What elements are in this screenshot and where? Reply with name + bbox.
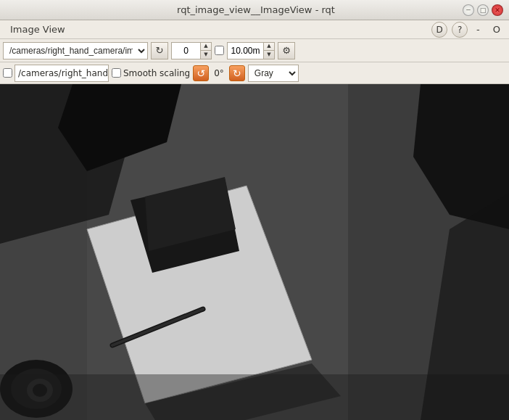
close-button[interactable]: ✕ [492,4,503,16]
time-up-button[interactable]: ▲ [264,43,274,52]
toolbar1: /cameras/right_hand_camera/image ↻ ▲ ▼ ▲… [0,39,509,62]
topic2-checkbox-label[interactable]: /cameras/right_hand_ca [3,65,109,82]
smooth-scaling-text: Smooth scaling [123,68,190,78]
toolbar2: /cameras/right_hand_ca Smooth scaling ↺ … [0,62,509,84]
zoom-input[interactable] [171,42,200,59]
letter-o-button[interactable]: O [489,22,505,36]
camera-image-area [0,84,509,420]
title-bar: rqt_image_view__ImageView - rqt ─ □ ✕ [0,0,509,20]
rotate-ccw-icon: ↺ [196,67,205,79]
gear-icon: ⚙ [282,45,291,56]
smooth-scaling-label[interactable]: Smooth scaling [112,68,190,78]
rotation-degrees: 0° [212,68,226,78]
zoom-spinbox: ▲ ▼ [171,42,212,59]
rotate-cw-icon: ↻ [233,67,241,79]
menu-image-view[interactable]: Image View [4,22,71,37]
topic2-short-display: /cameras/right_hand_ca [15,65,109,82]
time-down-button[interactable]: ▼ [264,51,274,59]
help-d-button[interactable]: D [431,22,447,38]
topic2-checkbox[interactable] [3,68,12,78]
zoom-up-button[interactable]: ▲ [201,43,211,52]
time-arrows: ▲ ▼ [263,42,275,59]
time-input[interactable] [227,42,263,59]
window-controls: ─ □ ✕ [463,4,503,16]
refresh-icon: ↻ [156,45,164,56]
question-button[interactable]: ? [452,22,468,38]
menu-bar: Image View D ? - O [0,20,509,39]
time-spinbox: ▲ ▼ [227,42,275,59]
zoom-arrows: ▲ ▼ [200,42,212,59]
topic-select[interactable]: /cameras/right_hand_camera/image [3,42,148,59]
fit-checkbox-label[interactable] [215,46,224,55]
gear-button[interactable]: ⚙ [278,42,295,59]
menu-right: D ? - O [431,22,505,38]
rotate-cw-button[interactable]: ↻ [229,65,245,81]
rotate-ccw-button[interactable]: ↺ [193,65,209,81]
minimize-button[interactable]: ─ [463,4,474,16]
dash-button[interactable]: - [472,22,484,36]
fit-checkbox[interactable] [215,46,224,55]
smooth-scaling-checkbox[interactable] [112,68,121,78]
window-title: rqt_image_view__ImageView - rqt [49,4,463,15]
colormap-select[interactable]: GrayJetHotHSVSpringSummerAutumnWinter [248,65,299,82]
refresh-button[interactable]: ↻ [151,42,168,59]
camera-scene [0,84,509,420]
zoom-down-button[interactable]: ▼ [201,51,211,59]
maximize-button[interactable]: □ [477,4,489,16]
